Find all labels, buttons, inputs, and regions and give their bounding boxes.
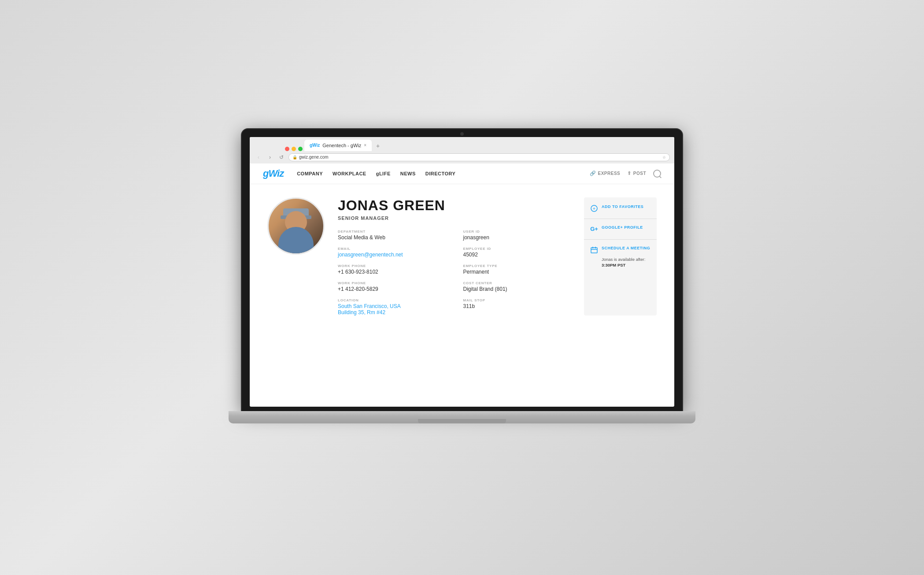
userid-field: USER ID jonasgreen — [463, 230, 571, 241]
main-content: JONAS GREEN SENIOR MANAGER DEPARTMENT So… — [250, 184, 674, 329]
sidebar-actions: + ADD TO FAVORITES G+ GOOGLE+ PROFILE — [584, 197, 657, 315]
nav-company[interactable]: COMPANY — [297, 171, 323, 176]
browser-chrome: gWiz Genentech - gWiz × + ‹ › ↺ 🔒 gwiz.g… — [250, 137, 674, 162]
employee-type-value: Permanent — [463, 269, 571, 275]
cost-center-value: Digital Brand (801) — [463, 286, 571, 292]
site-navigation: gWiz COMPANY WORKPLACE gLIFE NEWS DIRECT… — [250, 163, 674, 184]
profile-info-grid: DEPARTMENT Social Media & Web USER ID jo… — [338, 230, 571, 315]
profile-job-title: SENIOR MANAGER — [338, 215, 571, 221]
tab-favicon: gWiz — [310, 143, 320, 148]
body — [278, 227, 314, 253]
avatar-illustration — [269, 199, 323, 253]
employee-type-label: EMPLOYEE TYPE — [463, 264, 571, 268]
mail-stop-field: MAIL STOP 311b — [463, 298, 571, 315]
site-logo[interactable]: gWiz — [263, 168, 284, 179]
laptop-base — [229, 411, 695, 423]
work-phone1-field: WORK PHONE +1 630-923-8102 — [338, 264, 446, 275]
active-tab[interactable]: gWiz Genentech - gWiz × — [304, 140, 372, 151]
location-label: LOCATION — [338, 298, 446, 302]
work-phone1-label: WORK PHONE — [338, 264, 446, 268]
nav-directory[interactable]: DIRECTORY — [425, 171, 456, 176]
post-button[interactable]: ⬆ POST — [627, 171, 646, 176]
divider-1 — [584, 219, 657, 219]
divider-2 — [584, 239, 657, 240]
work-phone1-value: +1 630-923-8102 — [338, 269, 446, 275]
profile-section: JONAS GREEN SENIOR MANAGER DEPARTMENT So… — [267, 197, 571, 315]
department-field: DEPARTMENT Social Media & Web — [338, 230, 446, 241]
department-label: DEPARTMENT — [338, 230, 446, 234]
avatar — [267, 197, 325, 255]
work-phone2-field: WORK PHONE +1 412-820-5829 — [338, 281, 446, 292]
work-phone2-value: +1 412-820-5829 — [338, 286, 446, 292]
screen-content: gWiz Genentech - gWiz × + ‹ › ↺ 🔒 gwiz.g… — [250, 137, 674, 407]
browser-tabs: gWiz Genentech - gWiz × + — [250, 137, 674, 151]
email-field: EMAIL jonasgreen@genentech.net — [338, 247, 446, 258]
upload-icon: ⬆ — [627, 171, 632, 176]
nav-news[interactable]: NEWS — [400, 171, 416, 176]
svg-text:+: + — [593, 206, 595, 211]
location-value1[interactable]: South San Francisco, USA — [338, 303, 446, 309]
express-button[interactable]: 🔗 EXPRESS — [590, 171, 620, 176]
laptop-device: gWiz Genentech - gWiz × + ‹ › ↺ 🔒 gwiz.g… — [229, 129, 695, 446]
traffic-lights — [285, 147, 303, 151]
employee-id-value: 45092 — [463, 252, 571, 258]
minimize-window-button[interactable] — [292, 147, 296, 151]
mail-stop-value: 311b — [463, 303, 571, 309]
employee-id-field: EMPLOYEE ID 45092 — [463, 247, 571, 258]
logo-g: g — [263, 168, 268, 179]
schedule-availability-info: Jonas is available after: 3:30PM PST — [590, 256, 650, 268]
availability-label: Jonas is available after: — [602, 257, 645, 262]
maximize-window-button[interactable] — [298, 147, 303, 151]
schedule-label: SCHEDULE A MEETING — [602, 246, 650, 251]
forward-button[interactable]: › — [266, 153, 274, 162]
back-button[interactable]: ‹ — [254, 153, 263, 162]
bookmark-icon[interactable]: ☆ — [662, 155, 666, 160]
favorites-icon: + — [590, 204, 598, 212]
email-label: EMAIL — [338, 247, 446, 251]
favorites-label: ADD TO FAVORITES — [602, 204, 643, 210]
tab-title: Genentech - gWiz — [322, 143, 361, 148]
tab-close-button[interactable]: × — [364, 143, 366, 148]
schedule-meeting-button[interactable]: SCHEDULE A MEETING — [590, 246, 650, 254]
nav-links: COMPANY WORKPLACE gLIFE NEWS DIRECTORY — [297, 171, 590, 176]
browser-controls: ‹ › ↺ 🔒 gwiz.gene.com ☆ — [250, 151, 674, 163]
google-profile-button[interactable]: G+ GOOGLE+ PROFILE — [590, 225, 650, 233]
google-icon: G+ — [590, 225, 598, 233]
userid-value: jonasgreen — [463, 234, 571, 241]
webcam — [460, 132, 464, 136]
calendar-icon — [590, 246, 598, 254]
email-value[interactable]: jonasgreen@genentech.net — [338, 252, 446, 258]
employee-id-label: EMPLOYEE ID — [463, 247, 571, 251]
cost-center-field: COST CENTER Digital Brand (801) — [463, 281, 571, 292]
close-window-button[interactable] — [285, 147, 289, 151]
google-label: GOOGLE+ PROFILE — [602, 225, 643, 230]
nav-glife[interactable]: gLIFE — [376, 171, 391, 176]
avatar-container — [267, 197, 325, 315]
userid-label: USER ID — [463, 230, 571, 234]
mail-stop-label: MAIL STOP — [463, 298, 571, 302]
add-to-favorites-button[interactable]: + ADD TO FAVORITES — [590, 204, 650, 212]
svg-rect-2 — [591, 248, 597, 253]
location-value2[interactable]: Building 35, Rm #42 — [338, 309, 446, 315]
nav-workplace[interactable]: WORKPLACE — [333, 171, 366, 176]
profile-details: JONAS GREEN SENIOR MANAGER DEPARTMENT So… — [338, 197, 571, 315]
post-label: POST — [633, 171, 646, 176]
reload-button[interactable]: ↺ — [277, 153, 286, 162]
cost-center-label: COST CENTER — [463, 281, 571, 285]
link-icon: 🔗 — [590, 171, 596, 176]
screen-bezel: gWiz Genentech - gWiz × + ‹ › ↺ 🔒 gwiz.g… — [242, 129, 682, 411]
address-bar[interactable]: 🔒 gwiz.gene.com ☆ — [288, 153, 670, 161]
department-value: Social Media & Web — [338, 234, 446, 241]
nav-actions: 🔗 EXPRESS ⬆ POST — [590, 170, 661, 178]
address-text: gwiz.gene.com — [299, 155, 329, 160]
profile-name: JONAS GREEN — [338, 197, 571, 214]
express-label: EXPRESS — [598, 171, 621, 176]
availability-text: Jonas is available after: 3:30PM PST — [602, 256, 650, 268]
new-tab-button[interactable]: + — [373, 141, 382, 150]
search-icon[interactable] — [653, 170, 661, 178]
security-icon: 🔒 — [292, 155, 297, 160]
work-phone2-label: WORK PHONE — [338, 281, 446, 285]
availability-time: 3:30PM PST — [602, 263, 625, 267]
location-field: LOCATION South San Francisco, USA Buildi… — [338, 298, 446, 315]
logo-wiz: Wiz — [268, 168, 284, 179]
